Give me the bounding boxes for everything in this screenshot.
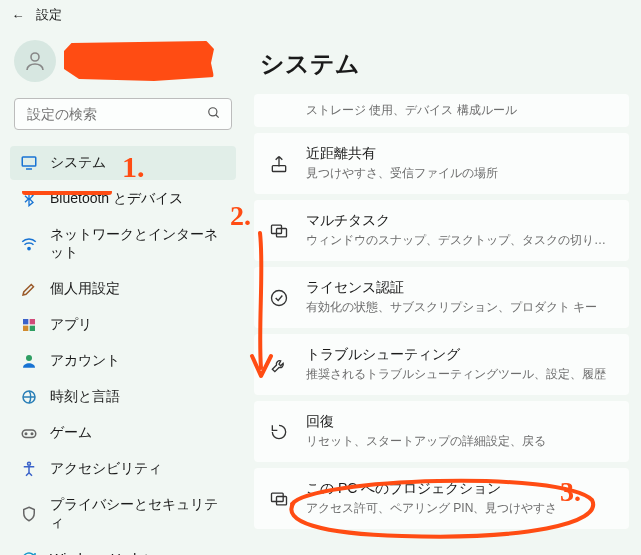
settings-row-activation[interactable]: ライセンス認証 有効化の状態、サブスクリプション、プロダクト キー xyxy=(254,267,629,328)
sidebar: システム Bluetooth とデバイス ネットワークとインターネット xyxy=(0,30,246,555)
brush-icon xyxy=(20,280,38,298)
page-heading: システム xyxy=(260,48,633,80)
person-icon xyxy=(20,352,38,370)
globe-clock-icon xyxy=(20,388,38,406)
settings-row-title: トラブルシューティング xyxy=(306,346,615,364)
gamepad-icon xyxy=(20,424,38,442)
search-box[interactable] xyxy=(14,98,232,130)
shield-icon xyxy=(20,505,38,523)
settings-row-title: ライセンス認証 xyxy=(306,279,615,297)
svg-point-19 xyxy=(272,290,287,305)
system-icon xyxy=(20,154,38,172)
wrench-icon xyxy=(268,355,290,375)
sidebar-item-accounts[interactable]: アカウント xyxy=(10,344,236,378)
sidebar-item-label: 時刻と言語 xyxy=(50,388,120,406)
sidebar-item-label: Windows Update xyxy=(50,551,156,555)
sidebar-item-apps[interactable]: アプリ xyxy=(10,308,236,342)
svg-rect-9 xyxy=(30,326,35,331)
settings-list: ストレージ 使用、デバイス 構成ルール 近距離共有 見つけやすさ、受信ファイルの… xyxy=(254,94,633,529)
project-icon xyxy=(268,489,290,509)
user-block[interactable] xyxy=(10,34,236,92)
sidebar-item-bluetooth[interactable]: Bluetooth とデバイス xyxy=(10,182,236,216)
sidebar-item-label: Bluetooth とデバイス xyxy=(50,190,183,208)
multitask-icon xyxy=(268,221,290,241)
svg-rect-6 xyxy=(23,319,28,324)
svg-point-0 xyxy=(31,53,39,61)
svg-point-5 xyxy=(28,247,30,249)
bluetooth-icon xyxy=(20,190,38,208)
settings-row-nearby-sharing[interactable]: 近距離共有 見つけやすさ、受信ファイルの場所 xyxy=(254,133,629,194)
sidebar-item-accessibility[interactable]: アクセシビリティ xyxy=(10,452,236,486)
app-title: 設定 xyxy=(36,6,62,24)
sidebar-item-label: ゲーム xyxy=(50,424,92,442)
settings-row-title: この PC へのプロジェクション xyxy=(306,480,615,498)
accessibility-icon xyxy=(20,460,38,478)
back-icon[interactable]: ← xyxy=(10,8,26,23)
svg-point-15 xyxy=(28,462,31,465)
sidebar-item-personalization[interactable]: 個人用設定 xyxy=(10,272,236,306)
check-circle-icon xyxy=(268,288,290,308)
titlebar: ← 設定 xyxy=(0,0,641,30)
sidebar-item-label: システム xyxy=(50,154,106,172)
avatar xyxy=(14,40,56,82)
sidebar-item-time-language[interactable]: 時刻と言語 xyxy=(10,380,236,414)
apps-icon xyxy=(20,316,38,334)
sidebar-item-gaming[interactable]: ゲーム xyxy=(10,416,236,450)
sidebar-item-privacy[interactable]: プライバシーとセキュリティ xyxy=(10,488,236,540)
svg-rect-8 xyxy=(23,326,28,331)
sidebar-item-label: 個人用設定 xyxy=(50,280,120,298)
svg-rect-16 xyxy=(272,165,285,171)
settings-row-title: マルチタスク xyxy=(306,212,615,230)
settings-row-title: 回復 xyxy=(306,413,615,431)
svg-rect-20 xyxy=(272,493,284,501)
settings-row-sub: 推奨されるトラブルシューティングツール、設定、履歴 xyxy=(306,366,615,383)
sidebar-item-system[interactable]: システム xyxy=(10,146,236,180)
svg-point-1 xyxy=(209,107,217,115)
settings-row-sub: ウィンドウのスナップ、デスクトップ、タスクの切り替え xyxy=(306,232,615,249)
settings-row-multitask[interactable]: マルチタスク ウィンドウのスナップ、デスクトップ、タスクの切り替え xyxy=(254,200,629,261)
svg-point-10 xyxy=(26,355,32,361)
recovery-icon xyxy=(268,422,290,442)
sidebar-item-label: アカウント xyxy=(50,352,120,370)
settings-row-troubleshoot[interactable]: トラブルシューティング 推奨されるトラブルシューティングツール、設定、履歴 xyxy=(254,334,629,395)
settings-row-storage-fragment[interactable]: ストレージ 使用、デバイス 構成ルール xyxy=(254,94,629,127)
svg-rect-12 xyxy=(22,430,36,438)
update-icon xyxy=(20,550,38,555)
sidebar-item-label: ネットワークとインターネット xyxy=(50,226,226,262)
share-icon xyxy=(268,154,290,174)
settings-row-sub: アクセス許可、ペアリング PIN、見つけやすさ xyxy=(306,500,615,517)
svg-rect-3 xyxy=(22,157,36,166)
settings-row-sub: リセット、スタートアップの詳細設定、戻る xyxy=(306,433,615,450)
sidebar-item-label: アクセシビリティ xyxy=(50,460,162,478)
sidebar-item-label: アプリ xyxy=(50,316,92,334)
sidebar-nav: システム Bluetooth とデバイス ネットワークとインターネット xyxy=(10,146,236,555)
settings-row-sub: 有効化の状態、サブスクリプション、プロダクト キー xyxy=(306,299,615,316)
sidebar-item-network[interactable]: ネットワークとインターネット xyxy=(10,218,236,270)
search-input[interactable] xyxy=(25,105,207,123)
svg-rect-21 xyxy=(277,496,287,504)
svg-line-2 xyxy=(216,114,219,117)
search-icon xyxy=(207,106,221,123)
svg-rect-7 xyxy=(30,319,35,324)
settings-row-recovery[interactable]: 回復 リセット、スタートアップの詳細設定、戻る xyxy=(254,401,629,462)
svg-point-13 xyxy=(25,433,27,435)
redacted-username xyxy=(64,41,214,81)
settings-row-sub: 見つけやすさ、受信ファイルの場所 xyxy=(306,165,615,182)
wifi-icon xyxy=(20,235,38,253)
settings-row-projection[interactable]: この PC へのプロジェクション アクセス許可、ペアリング PIN、見つけやすさ xyxy=(254,468,629,529)
sidebar-item-label: プライバシーとセキュリティ xyxy=(50,496,226,532)
svg-point-14 xyxy=(31,433,33,435)
settings-row-title: 近距離共有 xyxy=(306,145,615,163)
settings-row-sub: ストレージ 使用、デバイス 構成ルール xyxy=(306,102,615,119)
sidebar-item-windows-update[interactable]: Windows Update xyxy=(10,542,236,555)
main-content: システム ストレージ 使用、デバイス 構成ルール 近距離共有 見つけやすさ、受信… xyxy=(246,30,641,555)
